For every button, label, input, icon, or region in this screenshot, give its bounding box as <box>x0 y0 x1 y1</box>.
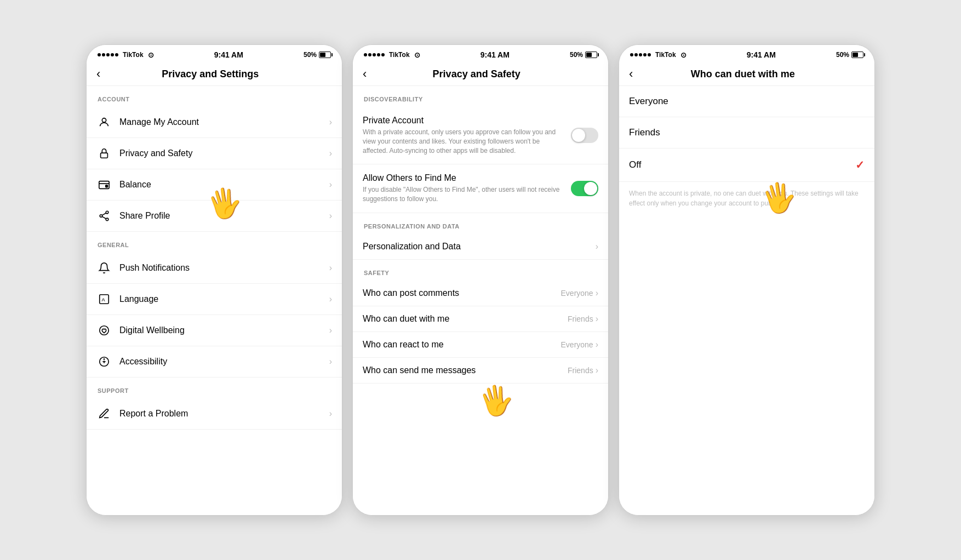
dot2 <box>102 53 105 56</box>
back-button-3[interactable]: ‹ <box>629 68 633 80</box>
option-everyone-label: Everyone <box>629 96 668 107</box>
setting-private-account: Private Account With a private account, … <box>353 107 608 164</box>
balance-label: Balance <box>119 180 329 190</box>
screen-content-2: DISCOVERABILITY Private Account With a p… <box>353 86 608 515</box>
dot4c <box>643 53 647 56</box>
screen-who-can-duet: TikTok ⊙ 9:41 AM 50% ‹ Who can duet with… <box>619 44 875 516</box>
pencil-icon <box>96 406 112 421</box>
chevron-duet: › <box>596 314 598 324</box>
chevron-accessibility: › <box>329 357 332 367</box>
chevron-report: › <box>329 409 332 419</box>
nav-header-2: ‹ Privacy and Safety <box>353 62 608 86</box>
status-right-1: 50% <box>304 51 331 59</box>
menu-item-accessibility[interactable]: Accessibility › <box>87 346 342 378</box>
duet-value: Friends <box>568 315 593 323</box>
section-header-account: ACCOUNT <box>87 86 342 107</box>
dot5 <box>115 53 118 56</box>
option-friends[interactable]: Friends <box>619 117 874 148</box>
chevron-push: › <box>329 263 332 273</box>
battery-fill-3 <box>853 53 858 57</box>
status-right-3: 50% <box>836 51 863 59</box>
chevron-language: › <box>329 294 332 304</box>
menu-item-language[interactable]: A Language › <box>87 284 342 315</box>
dot2c <box>634 53 638 56</box>
chevron-personalization: › <box>596 242 598 252</box>
menu-item-react[interactable]: Who can react to me Everyone › <box>353 332 608 358</box>
status-bar-1: TikTok ⊙ 9:41 AM 50% <box>87 45 342 62</box>
carrier-2: TikTok <box>389 51 410 59</box>
section-header-safety: SAFETY <box>353 260 608 281</box>
back-button-2[interactable]: ‹ <box>363 68 367 80</box>
menu-item-manage-account[interactable]: Manage My Account › <box>87 107 342 138</box>
signal-dots-3 <box>630 53 651 56</box>
dot4 <box>111 53 114 56</box>
setting-info-find: Allow Others to Find Me If you disable "… <box>363 173 571 204</box>
back-button-1[interactable]: ‹ <box>96 68 100 80</box>
chevron-manage-account: › <box>329 117 332 127</box>
battery-tip-1 <box>331 53 333 56</box>
screen-privacy-safety: TikTok ⊙ 9:41 AM 50% ‹ Privacy and Safet… <box>352 44 609 516</box>
menu-item-messages[interactable]: Who can send me messages Friends › <box>353 358 608 384</box>
battery-icon-2 <box>585 52 597 58</box>
svg-point-13 <box>104 358 105 360</box>
menu-item-personalization[interactable]: Personalization and Data › <box>353 234 608 260</box>
signal-dots-2 <box>364 53 385 56</box>
dot1c <box>630 53 633 56</box>
duet-label: Who can duet with me <box>363 314 568 324</box>
messages-label: Who can send me messages <box>363 365 568 375</box>
dot3 <box>106 53 110 56</box>
status-bar-3: TikTok ⊙ 9:41 AM 50% <box>619 45 874 62</box>
svg-rect-1 <box>101 153 108 158</box>
menu-item-balance[interactable]: Balance › <box>87 169 342 201</box>
toggle-allow-find[interactable] <box>571 181 598 196</box>
battery-fill-2 <box>586 53 592 57</box>
personalization-label: Personalization and Data <box>363 242 596 252</box>
signal-dots-1 <box>98 53 118 56</box>
phone-frame-3: TikTok ⊙ 9:41 AM 50% ‹ Who can duet with… <box>619 44 875 516</box>
dot5b <box>381 53 385 56</box>
dot1b <box>364 53 367 56</box>
svg-point-6 <box>106 218 108 221</box>
screen-privacy-settings: TikTok ⊙ 9:41 AM 50% ‹ Privacy and Setti… <box>86 44 342 516</box>
chevron-comments: › <box>596 288 598 298</box>
setting-title-private: Private Account <box>363 116 564 125</box>
option-everyone[interactable]: Everyone <box>619 86 874 117</box>
toggle-private-account[interactable] <box>571 128 598 143</box>
battery-tip-3 <box>864 53 865 56</box>
section-header-personalization: PERSONALIZATION AND DATA <box>353 213 608 234</box>
status-bar-2: TikTok ⊙ 9:41 AM 50% <box>353 45 608 62</box>
menu-item-digital-wellbeing[interactable]: Digital Wellbeing › <box>87 315 342 346</box>
menu-item-privacy-safety[interactable]: Privacy and Safety › <box>87 138 342 169</box>
menu-item-push-notifications[interactable]: Push Notifications › <box>87 253 342 284</box>
dot5c <box>648 53 651 56</box>
wifi-icon-3: ⊙ <box>680 51 687 59</box>
option-off-label: Off <box>629 159 641 170</box>
carrier-3: TikTok <box>655 51 676 59</box>
status-time-3: 9:41 AM <box>747 50 776 59</box>
battery-percent-3: 50% <box>836 51 849 59</box>
menu-item-duet[interactable]: Who can duet with me Friends › <box>353 306 608 332</box>
accessibility-label: Accessibility <box>119 357 329 367</box>
svg-text:A: A <box>101 297 105 302</box>
menu-item-report-problem[interactable]: Report a Problem › <box>87 398 342 430</box>
accessibility-icon <box>96 354 112 369</box>
heart-icon <box>96 323 112 338</box>
share-icon <box>96 208 112 224</box>
section-header-support: SUPPORT <box>87 378 342 398</box>
menu-item-share-profile[interactable]: Share Profile › <box>87 201 342 232</box>
screen-content-1: ACCOUNT Manage My Account › <box>87 86 342 515</box>
svg-point-0 <box>102 118 106 122</box>
react-value: Everyone <box>561 340 593 349</box>
wallet-icon <box>96 177 112 192</box>
comments-label: Who can post comments <box>363 288 561 298</box>
chevron-messages: › <box>596 365 598 375</box>
digital-wellbeing-label: Digital Wellbeing <box>119 325 329 335</box>
menu-item-comments[interactable]: Who can post comments Everyone › <box>353 281 608 306</box>
section-header-general: GENERAL <box>87 232 342 253</box>
status-left-1: TikTok ⊙ <box>98 51 154 59</box>
battery-icon-3 <box>851 52 863 58</box>
option-off[interactable]: Off ✓ <box>619 148 874 182</box>
person-icon <box>96 115 112 130</box>
screen-content-3: Everyone Friends Off ✓ When the account … <box>619 86 874 515</box>
svg-point-4 <box>106 211 108 214</box>
